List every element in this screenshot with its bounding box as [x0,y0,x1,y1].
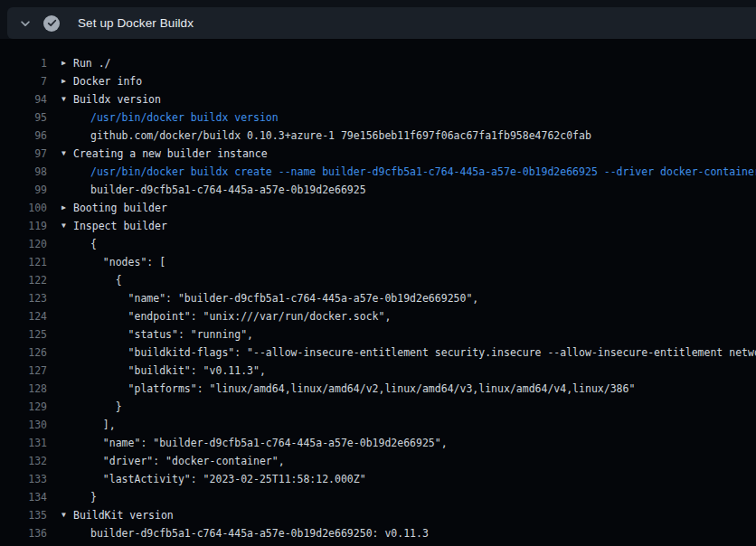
log-group-title[interactable]: BuildKit version [73,509,174,522]
log-line: 124 "endpoint": "unix:///var/run/docker.… [0,307,756,325]
log-output-text: } [61,398,122,416]
log-line: 126 "buildkitd-flags": "--allow-insecure… [0,344,756,362]
line-number[interactable]: 121 [0,253,47,271]
log-line: 99builder-d9cfb5a1-c764-445a-a57e-0b19d2… [0,181,756,199]
line-number[interactable]: 98 [0,163,47,181]
line-number[interactable]: 1 [0,54,47,72]
log-group-title[interactable]: Inspect builder [73,220,167,232]
log-line: 97▼Creating a new builder instance [0,145,756,163]
log-line: 119▼Inspect builder [0,217,756,235]
line-number[interactable]: 123 [0,289,47,307]
line-number[interactable]: 95 [0,108,47,127]
log-output-text: "driver": "docker-container", [61,452,285,470]
line-number[interactable]: 125 [0,325,47,344]
line-number[interactable]: 130 [0,416,47,434]
line-number[interactable]: 100 [0,199,47,217]
check-icon [47,18,57,28]
line-number[interactable]: 132 [0,452,47,470]
line-number[interactable]: 133 [0,470,47,488]
chevron-right-icon[interactable]: ▶ [61,72,73,90]
log-line: 1▶Run ./ [0,54,756,72]
log-line: 7▶Docker info [0,72,756,90]
log-line: 128 "platforms": "linux/amd64,linux/amd6… [0,380,756,398]
line-number[interactable]: 135 [0,506,47,524]
log-command-text: /usr/bin/docker buildx version [61,108,279,127]
log-line: 121 "nodes": [ [0,253,756,271]
step-status-badge [43,15,60,32]
log-output-text: "name": "builder-d9cfb5a1-c764-445a-a57e… [61,289,478,307]
log-output-text: "status": "running", [61,325,253,344]
log-line: 100▶Booting builder [0,199,756,217]
line-number[interactable]: 94 [0,90,47,108]
log-line: 125 "status": "running", [0,325,756,344]
log-output-text: "buildkitd-flags": "--allow-insecure-ent… [61,344,756,362]
line-number[interactable]: 126 [0,344,47,362]
log-line: 132 "driver": "docker-container", [0,452,756,470]
chevron-down-icon[interactable]: ▼ [61,145,73,163]
chevron-down-icon[interactable]: ▼ [61,90,73,108]
log-output[interactable]: 1▶Run ./7▶Docker info94▼Buildx version95… [0,39,756,546]
line-number[interactable]: 127 [0,362,47,380]
chevron-right-icon[interactable]: ▶ [61,54,73,72]
line-number[interactable]: 7 [0,72,47,90]
log-group-title[interactable]: Booting builder [73,202,167,214]
log-line: 96github.com/docker/buildx 0.10.3+azure-… [0,127,756,145]
line-number[interactable]: 97 [0,145,47,163]
line-number[interactable]: 131 [0,434,47,452]
log-line: 135▼BuildKit version [0,506,756,524]
log-line: 127 "buildkit": "v0.11.3", [0,362,756,380]
log-line: 122 { [0,271,756,289]
log-output-text: "name": "builder-d9cfb5a1-c764-445a-a57e… [61,434,448,452]
step-header-bar[interactable]: Set up Docker Buildx [7,7,756,39]
line-number[interactable]: 134 [0,488,47,506]
log-group-title[interactable]: Creating a new builder instance [73,147,268,160]
log-output-text: ], [61,416,116,434]
log-line: 136builder-d9cfb5a1-c764-445a-a57e-0b19d… [0,524,756,542]
line-number[interactable]: 120 [0,235,47,253]
log-output-text: "endpoint": "unix:///var/run/docker.sock… [61,307,391,325]
log-output-text: "platforms": "linux/amd64,linux/amd64/v2… [61,380,635,398]
line-number[interactable]: 129 [0,398,47,416]
log-line: 120{ [0,235,756,253]
line-number[interactable]: 124 [0,307,47,325]
log-output-text: builder-d9cfb5a1-c764-445a-a57e-0b19d2e6… [61,181,366,199]
log-line: 129 } [0,398,756,416]
line-number[interactable]: 122 [0,271,47,289]
log-group-title[interactable]: Run ./ [73,57,111,70]
log-output-text: { [61,271,122,289]
chevron-down-icon[interactable]: ▼ [61,217,73,235]
log-viewer-header: Set up Docker Buildx [0,0,756,39]
log-group-title[interactable]: Buildx version [73,93,161,106]
log-output-text: "lastActivity": "2023-02-25T11:58:12.000… [61,470,366,488]
chevron-down-icon [19,17,32,30]
log-output-text: "buildkit": "v0.11.3", [61,362,266,380]
log-command-text: /usr/bin/docker buildx create --name bui… [61,163,756,181]
log-output-text: { [61,235,97,253]
step-title: Set up Docker Buildx [78,16,194,30]
line-number[interactable]: 119 [0,217,47,235]
log-line: 98/usr/bin/docker buildx create --name b… [0,163,756,181]
log-group-title[interactable]: Docker info [73,75,142,88]
log-output-text: builder-d9cfb5a1-c764-445a-a57e-0b19d2e6… [61,524,429,542]
log-line: 95/usr/bin/docker buildx version [0,108,756,127]
log-line: 94▼Buildx version [0,90,756,108]
collapse-step-button[interactable] [18,16,33,31]
line-number[interactable]: 96 [0,127,47,145]
chevron-down-icon[interactable]: ▼ [61,506,73,524]
log-line: 130 ], [0,416,756,434]
line-number[interactable]: 99 [0,181,47,199]
log-output-text: "nodes": [ [61,253,165,271]
log-line: 123 "name": "builder-d9cfb5a1-c764-445a-… [0,289,756,307]
line-number[interactable]: 136 [0,524,47,542]
chevron-right-icon[interactable]: ▶ [61,199,73,217]
log-line: 134} [0,488,756,506]
log-line: 133 "lastActivity": "2023-02-25T11:58:12… [0,470,756,488]
log-output-text: } [61,488,97,506]
line-number[interactable]: 128 [0,380,47,398]
log-output-text: github.com/docker/buildx 0.10.3+azure-1 … [61,127,591,145]
log-line: 131 "name": "builder-d9cfb5a1-c764-445a-… [0,434,756,452]
